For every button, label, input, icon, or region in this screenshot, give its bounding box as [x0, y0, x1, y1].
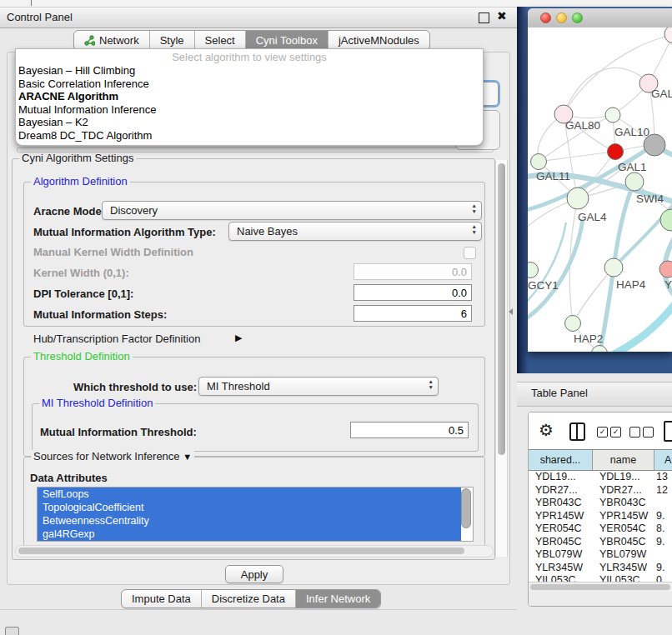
settings-vertical-scrollbar[interactable] [495, 160, 508, 557]
which-threshold-label: Which threshold to use: [73, 381, 197, 393]
zoom-traffic-light[interactable] [572, 12, 583, 23]
spinner-arrows-icon: ▲▼ [472, 203, 477, 214]
cell-shared-name: YDR27... [529, 484, 593, 498]
which-threshold-select[interactable]: MI Threshold ▲▼ [198, 377, 439, 396]
label-gal10: GAL10 [614, 126, 649, 138]
column-header-name[interactable]: name [593, 450, 654, 470]
node-hap4[interactable] [604, 258, 623, 277]
tab-infer-network-label: Infer Network [306, 592, 370, 605]
tab-infer-network[interactable]: Infer Network [296, 590, 380, 608]
tab-impute-data[interactable]: Impute Data [122, 590, 202, 608]
table-row[interactable]: YDL19... YDL19... 13 [529, 471, 672, 484]
attributes-scrollbar[interactable] [461, 488, 471, 528]
mi-threshold-input[interactable] [350, 422, 469, 438]
algorithm-option[interactable]: Mutual Information Inference [16, 103, 483, 117]
node-green-right[interactable] [660, 209, 672, 231]
tab-select[interactable]: Select [195, 31, 246, 50]
expand-right-icon[interactable]: ▶ [235, 332, 242, 343]
tab-discretize-data[interactable]: Discretize Data [202, 590, 296, 608]
algorithm-definition-legend: Algorithm Definition [31, 175, 130, 188]
table-row[interactable]: YPR145W YPR145W 9. [529, 510, 672, 523]
attribute-item[interactable]: TopologicalCoefficient [38, 501, 461, 514]
close-traffic-light[interactable] [540, 12, 551, 23]
algorithm-option[interactable]: ARACNE Algorithm [16, 90, 483, 103]
corner-widget-icon[interactable] [5, 627, 19, 635]
algorithm-option[interactable]: Bayesian – Hill Climbing [16, 64, 483, 78]
tab-jactivemnodules-label: jActiveMNodules [339, 34, 419, 47]
settings-horizontal-scrollbar[interactable] [15, 545, 494, 558]
settings-hscroll-thumb[interactable] [18, 548, 464, 554]
settings-vscroll-thumb[interactable] [498, 163, 505, 455]
attribute-item[interactable]: gal4RGexp [38, 528, 461, 541]
node-y-clipped[interactable] [659, 261, 672, 278]
node-gal11[interactable] [531, 154, 547, 170]
spinner-arrows-icon: ▲▼ [429, 379, 434, 390]
sources-legend[interactable]: Sources for Network Inference ▼ [31, 450, 194, 462]
tab-style[interactable]: Style [150, 31, 195, 50]
mi-threshold-legend: MI Threshold Definition [39, 397, 155, 409]
algorithm-option[interactable]: Basic Correlation Inference [16, 78, 483, 91]
select-all-icon[interactable]: ✓ ✓ [597, 427, 621, 438]
table-hscroll-thumb[interactable] [530, 584, 670, 590]
table-row[interactable]: YIL053C YIL053C 0. [529, 574, 672, 582]
node-gal4[interactable] [567, 188, 589, 209]
table-body: YDL19... YDL19... 13 YDR27... YDR27... 1… [529, 471, 672, 582]
apply-button[interactable]: Apply [225, 565, 283, 583]
label-gal11: GAL11 [536, 170, 570, 182]
gear-icon[interactable]: ⚙ [539, 420, 554, 440]
cell-name: YBL079W [593, 548, 654, 562]
document-icon[interactable] [664, 421, 672, 442]
node-partial-top[interactable] [664, 28, 672, 43]
attribute-item[interactable]: BetweennessCentrality [38, 514, 461, 528]
table-row[interactable]: YLR345W YLR345W 9. [529, 562, 672, 575]
cell-shared-name: YBR045C [529, 536, 593, 549]
attribute-item[interactable]: SelfLoops [38, 488, 461, 501]
mi-steps-input[interactable] [354, 305, 472, 322]
network-canvas[interactable]: GAL GAL80 GAL10 GAL1 GAL11 SWI4 GAL4 GCY… [528, 28, 672, 352]
checked-checkbox-icon: ✓ [597, 427, 608, 438]
node-partial-bottom[interactable] [592, 346, 608, 352]
node-gcy1[interactable] [528, 262, 539, 278]
table-row[interactable]: YBR045C YBR045C 9. [529, 536, 672, 549]
table-row[interactable]: YDR27... YDR27... 12 [529, 484, 672, 498]
column-header-shared-name[interactable]: shared... [529, 450, 593, 470]
collapse-down-icon[interactable]: ▼ [183, 452, 192, 462]
desktop-shadow [517, 7, 528, 373]
algorithm-option[interactable]: Bayesian – K2 [16, 116, 483, 129]
algorithm-option[interactable]: Dream8 DC_TDC Algorithm [16, 129, 483, 142]
unchecked-checkbox-icon [629, 427, 640, 438]
mi-type-select[interactable]: Naive Bayes ▲▼ [228, 222, 482, 241]
node-swi4[interactable] [625, 172, 644, 191]
tab-network[interactable]: Network [74, 31, 150, 50]
node-hap2[interactable] [565, 316, 581, 332]
node-gal1[interactable] [608, 144, 624, 160]
table-row[interactable]: YBL079W YBL079W [529, 548, 672, 562]
manual-kernel-checkbox[interactable] [464, 247, 476, 259]
aracne-mode-select[interactable]: Discovery ▲▼ [102, 201, 482, 220]
deselect-all-icon[interactable] [629, 427, 654, 438]
network-window-titlebar[interactable] [528, 8, 672, 28]
table-row[interactable]: YBR043C YBR043C [529, 497, 672, 510]
tab-jactivemnodules[interactable]: jActiveMNodules [328, 31, 429, 50]
tab-cyni-toolbox[interactable]: Cyni Toolbox [246, 31, 328, 50]
tab-style-label: Style [160, 34, 184, 47]
cell-value: 9. [654, 562, 672, 575]
node-gal10[interactable] [605, 108, 620, 122]
algorithm-dropdown-popup: Select algorithm to view settings Bayesi… [15, 48, 484, 146]
table-row[interactable]: YER054C YER054C 8. [529, 522, 672, 536]
dpi-tolerance-input[interactable] [354, 284, 472, 301]
table-toolbar: ⚙ ✓ ✓ [529, 412, 672, 449]
float-window-icon[interactable] [479, 12, 489, 23]
column-manager-icon[interactable] [569, 422, 585, 441]
minimize-traffic-light[interactable] [556, 12, 567, 23]
hub-section-label[interactable]: Hub/Transcription Factor Definition [33, 332, 200, 345]
column-header-partial[interactable]: A [654, 450, 672, 470]
split-divider-grip[interactable] [509, 308, 513, 315]
cell-name: YIL053C [593, 574, 654, 582]
table-panel: ⚙ ✓ ✓ shared... name A YDL19... YDL19... [528, 412, 672, 607]
cell-value [654, 548, 672, 562]
kernel-width-input[interactable] [354, 263, 472, 280]
close-icon[interactable]: ✖ [497, 9, 507, 22]
control-panel-bottom-edge [0, 609, 517, 610]
unchecked-checkbox-icon [643, 427, 654, 438]
